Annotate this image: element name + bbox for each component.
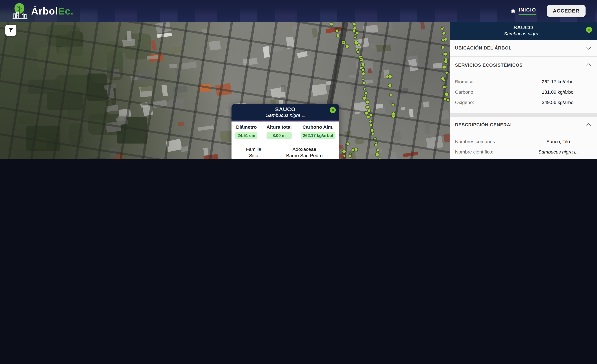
tree-marker[interactable] xyxy=(442,85,446,88)
stat-diameter: Diámetro 24.51 cm xyxy=(235,125,258,139)
tree-marker[interactable] xyxy=(367,115,370,119)
tree-marker[interactable] xyxy=(388,84,392,87)
tree-marker[interactable] xyxy=(362,96,366,100)
detail-label: Carbono: xyxy=(455,89,525,95)
tree-marker[interactable] xyxy=(354,148,358,151)
tree-marker[interactable] xyxy=(442,32,445,35)
tree-marker[interactable] xyxy=(370,113,373,117)
section-header[interactable]: DESCRIPCIÓN GENERAL xyxy=(455,117,592,133)
popup-divider xyxy=(235,143,336,143)
tree-marker[interactable] xyxy=(442,65,446,69)
tree-marker[interactable] xyxy=(353,23,356,26)
home-icon xyxy=(510,8,516,14)
tree-marker[interactable] xyxy=(336,34,339,37)
tree-marker[interactable] xyxy=(371,132,374,135)
sidebar-sections: UBICACIÓN DEL ÁRBOLSERVICIOS ECOSISTÉMIC… xyxy=(450,40,597,159)
tree-marker[interactable] xyxy=(445,92,449,96)
detail-row: Oxigeno:349.56 kg/árbol xyxy=(455,97,592,107)
stat-value-pill: 8.00 m xyxy=(267,132,292,139)
tree-marker[interactable] xyxy=(370,129,374,132)
detail-value: Sambucus nigra L. xyxy=(525,149,592,154)
stat-value-pill: 24.51 cm xyxy=(235,132,258,139)
detail-row: Nombre científico:Sambucus nigra L. xyxy=(455,147,592,157)
sidebar-header: SAUCO Sambucus nigra L. ✕ xyxy=(450,22,597,40)
tree-marker[interactable] xyxy=(444,52,448,56)
tree-marker[interactable] xyxy=(389,94,392,96)
tree-marker[interactable] xyxy=(364,91,367,94)
sidebar-close-icon[interactable]: ✕ xyxy=(586,27,592,33)
section-label: SERVICIOS ECOSISTÉMICOS xyxy=(455,63,523,68)
section-body: Nombres comunes:Sauco, TiloNombre cientí… xyxy=(455,133,592,159)
acceder-button[interactable]: ACCEDER xyxy=(547,5,586,17)
brand-title: ÁrbolEc. xyxy=(31,5,73,17)
stat-height: Altura total 8.00 m xyxy=(267,125,292,139)
detail-label: Nombre científico: xyxy=(455,149,525,154)
popup-title: SAUCO xyxy=(235,106,336,112)
tree-marker[interactable] xyxy=(363,87,366,90)
tree-marker[interactable] xyxy=(368,109,371,112)
tree-marker[interactable] xyxy=(392,112,395,115)
sidebar-section-descripci-n-general: DESCRIPCIÓN GENERALNombres comunes:Sauco… xyxy=(450,117,597,159)
tree-marker[interactable] xyxy=(441,39,444,41)
family-label: Familia: xyxy=(235,147,273,152)
tree-marker[interactable] xyxy=(353,29,356,32)
detail-value: Sauco, Tilo xyxy=(525,139,592,144)
stat-carbon: Carbono Alm. 262.17 kg/árbol xyxy=(301,125,336,139)
tree-marker[interactable] xyxy=(343,154,346,157)
chevron-up-icon xyxy=(587,63,591,68)
nav-inicio[interactable]: INICIO xyxy=(510,7,536,15)
stat-value-pill: 262.17 kg/árbol xyxy=(301,132,336,139)
detail-value: 349.56 kg/árbol xyxy=(525,100,592,105)
tree-marker[interactable] xyxy=(359,57,362,60)
tree-marker[interactable] xyxy=(388,75,392,79)
top-nav-links: INICIO ACCEDER xyxy=(510,0,586,22)
detail-row: Biomasa:262.17 kg/árbol xyxy=(455,77,592,86)
stat-label: Altura total xyxy=(267,125,292,130)
satellite-map[interactable]: mapbox SAUCO Sambucus nigra L. ✕ Diámetr… xyxy=(0,22,450,159)
tree-popup-header: SAUCO Sambucus nigra L. ✕ xyxy=(231,104,339,121)
arbolec-tree-logo-icon xyxy=(11,2,28,20)
sidebar-section-servicios-ecosist-micos: SERVICIOS ECOSISTÉMICOSBiomasa:262.17 kg… xyxy=(450,57,597,113)
tree-marker[interactable] xyxy=(342,150,346,153)
brand-logo[interactable]: ÁrbolEc. xyxy=(11,2,73,20)
sidebar-section-ubicaci-n-del-rbol: UBICACIÓN DEL ÁRBOL xyxy=(450,40,597,56)
detail-label: Nombres comunes: xyxy=(455,139,525,144)
tree-marker[interactable] xyxy=(378,158,381,159)
filter-button[interactable] xyxy=(5,25,16,36)
tree-marker[interactable] xyxy=(361,68,364,71)
section-header[interactable]: UBICACIÓN DEL ÁRBOL xyxy=(455,40,592,56)
detail-row: Familia:Adoxaceae xyxy=(455,157,592,159)
site-value: Barrio San Pedro xyxy=(273,153,335,158)
tree-marker[interactable] xyxy=(361,63,365,66)
skyline-decoration xyxy=(0,0,597,22)
tree-popup-body: Diámetro 24.51 cm Altura total 8.00 m Ca… xyxy=(231,121,339,159)
tree-marker[interactable] xyxy=(362,72,365,75)
tree-marker[interactable] xyxy=(375,152,379,156)
section-label: UBICACIÓN DEL ÁRBOL xyxy=(455,45,512,51)
popup-site-row: Sitio: Barrio San Pedro xyxy=(235,153,336,158)
section-label: DESCRIPCIÓN GENERAL xyxy=(455,122,513,127)
detail-label: Biomasa: xyxy=(455,79,525,84)
chevron-down-icon xyxy=(587,45,591,50)
tree-marker[interactable] xyxy=(356,50,360,54)
popup-subtitle: Sambucus nigra L. xyxy=(235,113,336,118)
detail-label: Oxigeno: xyxy=(455,100,525,105)
top-navigation-bar: ÁrbolEc. INICIO ACCEDER xyxy=(0,0,597,22)
chevron-up-icon xyxy=(587,123,591,128)
tree-marker[interactable] xyxy=(349,154,352,158)
site-label: Sitio: xyxy=(235,153,273,158)
tree-marker[interactable] xyxy=(366,106,369,109)
tree-popup: SAUCO Sambucus nigra L. ✕ Diámetro 24.51… xyxy=(231,104,339,159)
sidebar-subtitle: Sambucus nigra L. xyxy=(453,31,594,37)
tree-marker[interactable] xyxy=(364,111,368,115)
stat-label: Diámetro xyxy=(235,125,258,130)
tree-marker[interactable] xyxy=(354,36,356,39)
stat-label: Carbono Alm. xyxy=(301,125,336,130)
tree-marker[interactable] xyxy=(444,60,448,64)
funnel-icon xyxy=(8,27,14,33)
popup-close-icon[interactable]: ✕ xyxy=(330,107,336,113)
tree-marker[interactable] xyxy=(375,141,378,144)
detail-value: 131.09 kg/árbol xyxy=(525,89,592,95)
detail-value: 262.17 kg/árbol xyxy=(525,79,592,84)
section-header[interactable]: SERVICIOS ECOSISTÉMICOS xyxy=(455,57,592,73)
